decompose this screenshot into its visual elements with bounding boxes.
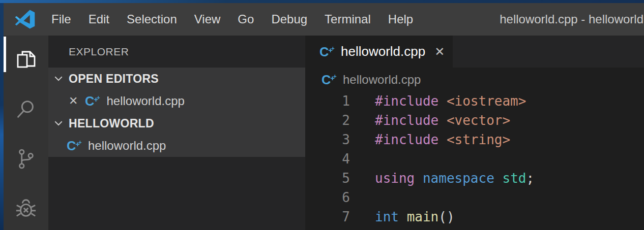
vscode-window: File Edit Selection View Go Debug Termin… <box>0 0 644 230</box>
code-line[interactable]: 2#include <vector> <box>305 111 644 130</box>
cpp-file-icon: C + + <box>321 73 337 86</box>
svg-text:C: C <box>321 73 331 86</box>
open-editor-item-helloworld-cpp[interactable]: ✕ C + + helloworld.cpp <box>48 90 305 112</box>
vscode-logo-icon <box>14 9 36 30</box>
chevron-down-icon <box>52 117 65 129</box>
tab-helloworld-cpp[interactable]: C + + helloworld.cpp ✕ <box>305 36 453 68</box>
line-content: using namespace std; <box>375 171 534 186</box>
files-icon <box>14 47 38 74</box>
code-line[interactable]: 1#include <iostream> <box>305 91 644 111</box>
sidebar-explorer: EXPLORER OPEN EDITORS ✕ C + + helloworld… <box>48 36 305 230</box>
svg-text:C: C <box>67 139 76 152</box>
close-icon[interactable]: ✕ <box>69 95 78 107</box>
code-line[interactable]: 5using namespace std; <box>305 169 644 188</box>
section-header-helloworld-folder[interactable]: HELLOWORLD <box>48 112 305 135</box>
menu-view[interactable]: View <box>186 3 229 36</box>
menu-debug[interactable]: Debug <box>262 3 316 36</box>
code-line[interactable]: 8{ <box>305 226 644 230</box>
line-number[interactable]: 1 <box>305 91 350 111</box>
sidebar-sections: OPEN EDITORS ✕ C + + helloworld.cpp HELL… <box>48 68 305 157</box>
search-icon <box>14 97 38 123</box>
window-left-border <box>0 3 4 230</box>
file-item-helloworld-cpp[interactable]: C + + helloworld.cpp <box>48 135 305 157</box>
svg-text:C: C <box>85 94 94 108</box>
section-label: HELLOWORLD <box>69 117 154 130</box>
svg-text:+: + <box>97 94 101 101</box>
menu-bar: File Edit Selection View Go Debug Termin… <box>43 3 422 36</box>
code-line[interactable]: 7int main() <box>305 207 644 226</box>
code-line[interactable]: 4 <box>305 149 644 169</box>
line-number[interactable]: 3 <box>305 130 350 149</box>
line-number[interactable]: 4 <box>305 149 350 169</box>
line-content: #include <vector> <box>375 113 510 128</box>
tab-bar: C + + helloworld.cpp ✕ <box>305 36 644 68</box>
code-line[interactable]: 6 <box>305 188 644 207</box>
line-number[interactable]: 5 <box>305 169 350 188</box>
workbench: EXPLORER OPEN EDITORS ✕ C + + helloworld… <box>4 36 644 230</box>
file-label: helloworld.cpp <box>106 94 184 108</box>
line-number[interactable]: 6 <box>305 188 350 207</box>
cpp-file-icon: C + + <box>319 45 335 58</box>
title-bar: File Edit Selection View Go Debug Termin… <box>4 3 644 36</box>
menu-file[interactable]: File <box>43 3 80 36</box>
activity-item-search[interactable] <box>4 85 48 135</box>
section-header-open-editors[interactable]: OPEN EDITORS <box>48 68 305 90</box>
chevron-down-icon <box>52 73 65 85</box>
line-number[interactable]: 8 <box>305 226 350 230</box>
cpp-file-icon: C + + <box>85 94 100 108</box>
line-content: #include <iostream> <box>375 93 526 109</box>
breadcrumb-file: helloworld.cpp <box>343 73 421 87</box>
cpp-file-icon: C + + <box>67 139 82 152</box>
window-title: helloworld.cpp - helloworld <box>500 3 644 36</box>
svg-text:+: + <box>333 73 337 79</box>
close-icon[interactable]: ✕ <box>434 46 445 58</box>
activity-item-source-control[interactable] <box>4 135 48 185</box>
tab-label: helloworld.cpp <box>341 44 425 59</box>
menu-selection[interactable]: Selection <box>118 3 186 36</box>
menu-terminal[interactable]: Terminal <box>316 3 379 36</box>
editor-group: C + + helloworld.cpp ✕ C + + helloworld.… <box>305 36 644 230</box>
code-line[interactable]: 3#include <string> <box>305 130 644 149</box>
svg-text:+: + <box>331 45 335 51</box>
menu-edit[interactable]: Edit <box>80 3 118 36</box>
sidebar-title: EXPLORER <box>48 36 305 68</box>
debug-icon <box>14 197 38 222</box>
active-indicator <box>4 37 6 72</box>
svg-text:C: C <box>319 45 329 58</box>
file-label: helloworld.cpp <box>88 139 166 153</box>
line-content: int main() <box>375 209 455 224</box>
menu-help[interactable]: Help <box>379 3 422 36</box>
svg-text:+: + <box>78 139 82 145</box>
line-number[interactable]: 2 <box>305 111 350 130</box>
line-number[interactable]: 7 <box>305 207 350 226</box>
source-control-icon <box>15 148 37 172</box>
line-content: #include <string> <box>375 132 510 147</box>
activity-item-explorer[interactable] <box>4 36 48 85</box>
code-area[interactable]: 1#include <iostream>2#include <vector>3#… <box>305 91 644 230</box>
menu-go[interactable]: Go <box>229 3 262 36</box>
code-lines: 1#include <iostream>2#include <vector>3#… <box>305 91 644 230</box>
activity-item-debug[interactable] <box>4 185 48 230</box>
activity-bar <box>4 36 48 230</box>
section-label: OPEN EDITORS <box>69 72 159 86</box>
breadcrumb[interactable]: C + + helloworld.cpp <box>305 68 644 91</box>
